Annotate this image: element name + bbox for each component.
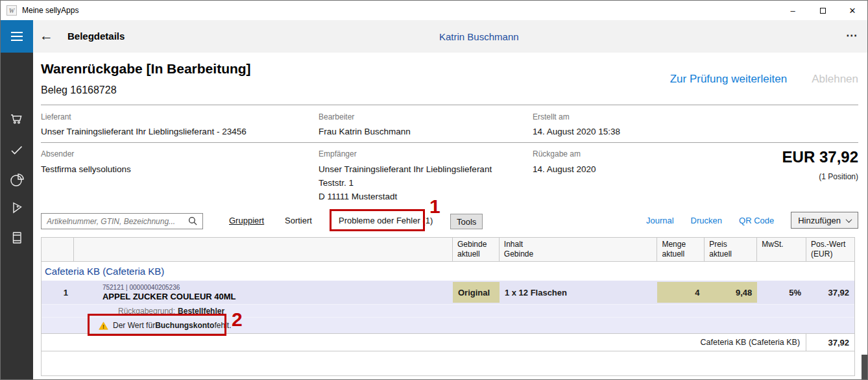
maximize-button[interactable]	[808, 1, 838, 20]
rueckgabegrund-link[interactable]: Rückgabegrund:	[118, 307, 175, 316]
col-header-artikel	[74, 238, 453, 261]
col-header-preis: Preis aktuell	[705, 238, 757, 261]
warning-text-field: Buchungskonto	[155, 321, 214, 330]
rueckgabe-am-value: 14. August 2020	[533, 162, 596, 176]
window-titlebar: W Meine sellyApps – ✕	[1, 1, 867, 20]
vertical-scrollbar-thumb[interactable]	[862, 355, 867, 380]
app-header: ← Belegdetails Katrin Buschmann ⋯	[1, 20, 867, 53]
table-header-row: Gebinde aktuell Inhalt Gebinde Menge akt…	[42, 238, 854, 262]
lieferant-value: Unser Trainingslieferant Ihr Lieblingsli…	[41, 125, 247, 138]
inhalt-gebinde-cell: 1 x 12 Flaschen	[500, 281, 658, 304]
journal-link[interactable]: Journal	[646, 216, 674, 225]
reject-button[interactable]: Ablehnen	[812, 73, 858, 86]
col-header-pos	[42, 238, 74, 261]
lieferant-label: Lieferant	[41, 112, 71, 121]
preis-editable-cell[interactable]: 9,48	[705, 282, 757, 303]
positions-table: Gebinde aktuell Inhalt Gebinde Menge akt…	[41, 237, 855, 376]
document-title: Warenrückgabe [In Bearbeitung]	[41, 61, 251, 77]
col-header-inhalt: Inhalt Gebinde	[500, 238, 658, 261]
sidebar-item-approvals[interactable]	[9, 142, 25, 158]
rueckgabe-am-label: Rückgabe am	[533, 149, 581, 158]
rueckgabegrund-value: Bestellfehler	[178, 307, 224, 316]
warning-text-post: fehlt.	[214, 321, 231, 330]
chevron-down-icon	[846, 216, 852, 223]
book-icon	[9, 236, 25, 247]
row-position-number: 1	[42, 281, 74, 304]
hamburger-icon	[11, 32, 23, 33]
col-header-mwst: MwSt.	[757, 238, 806, 261]
absender-value: Testfirma sellysolutions	[41, 162, 131, 176]
col-header-pos-wert: Pos.-Wert (EUR)	[806, 238, 854, 261]
close-button[interactable]: ✕	[838, 1, 867, 20]
article-search-field[interactable]	[41, 213, 203, 229]
empfaenger-line3: D 11111 Musterstadt	[319, 190, 397, 203]
forward-for-review-button[interactable]: Zur Prüfung weiterleiten	[670, 73, 787, 86]
hinzufuegen-label: Hinzufügen	[798, 216, 841, 225]
hinzufuegen-dropdown-button[interactable]: Hinzufügen	[791, 212, 858, 229]
sidebar-item-reports[interactable]	[9, 172, 25, 188]
minimize-button[interactable]: –	[778, 1, 808, 20]
search-icon[interactable]	[188, 216, 198, 226]
empfaenger-line1: Unser Trainingslieferant Ihr Lieblingsli…	[319, 162, 492, 176]
maximize-icon	[820, 8, 826, 14]
erstellt-am-label: Erstellt am	[533, 112, 570, 121]
pie-chart-icon	[9, 179, 25, 190]
pennant-icon	[9, 207, 25, 218]
divider	[41, 142, 858, 143]
app-icon: W	[6, 5, 17, 16]
check-icon	[9, 149, 25, 160]
empfaenger-line2: Teststr. 1	[319, 176, 354, 190]
sidebar-item-cart[interactable]	[9, 111, 25, 127]
group-footer-label: Cafeteria KB (Cafeteria KB)	[42, 334, 806, 351]
col-header-menge: Menge aktuell	[657, 238, 705, 261]
group-header-row: Cafeteria KB (Cafeteria KB)	[42, 262, 854, 281]
divider	[41, 105, 858, 105]
pos-wert-cell: 37,92	[806, 281, 854, 304]
article-name: APPEL ZUCKER COULEUR 40ML	[102, 292, 236, 302]
bearbeiter-value: Frau Katrin Buschmann	[319, 125, 411, 138]
document-actions: Zur Prüfung weiterleiten Ablehnen	[670, 73, 858, 86]
col-header-gebinde: Gebinde aktuell	[453, 238, 500, 261]
total-amount: EUR 37,92	[782, 148, 858, 166]
sidebar-nav	[1, 53, 33, 379]
annotation-number-1: 1	[429, 197, 440, 216]
hamburger-menu-button[interactable]	[1, 20, 33, 53]
warning-text-pre: Der Wert für	[113, 321, 155, 330]
article-cell: 752121 | 00000040205236 APPEL ZUCKER COU…	[74, 281, 453, 304]
filter-probleme-oder-fehler[interactable]: Probleme oder Fehler (1)	[339, 216, 433, 225]
menge-editable-cell[interactable]: 4	[657, 282, 705, 303]
absender-label: Absender	[41, 149, 74, 158]
article-code: 752121 | 00000040205236	[102, 283, 180, 292]
empfaenger-label: Empfänger	[319, 149, 357, 158]
erstellt-am-value: 14. August 2020 15:38	[533, 125, 620, 138]
svg-text:!: !	[102, 323, 104, 329]
search-input[interactable]	[42, 217, 188, 226]
toolbar-right: Journal Drucken QR Code Hinzufügen	[646, 212, 858, 229]
more-menu-button[interactable]: ⋯	[846, 29, 858, 42]
warning-icon: !	[99, 322, 108, 330]
mwst-cell: 5%	[757, 281, 806, 304]
rueckgabegrund-row: Rückgabegrund: Bestellfehler	[42, 304, 854, 317]
window-controls: – ✕	[778, 1, 867, 20]
current-user-link[interactable]: Katrin Buschmann	[439, 31, 519, 42]
group-footer-row: Cafeteria KB (Cafeteria KB) 37,92	[42, 333, 854, 351]
table-row[interactable]: 1 752121 | 00000040205236 APPEL ZUCKER C…	[42, 281, 854, 304]
qr-code-link[interactable]: QR Code	[739, 216, 774, 225]
back-button[interactable]: ←	[40, 28, 53, 44]
group-footer-sum: 37,92	[806, 334, 854, 351]
drucken-link[interactable]: Drucken	[691, 216, 722, 225]
filter-gruppiert[interactable]: Gruppiert	[229, 216, 264, 225]
window-title: Meine sellyApps	[22, 6, 78, 15]
page-title: Belegdetails	[67, 31, 125, 42]
bearbeiter-label: Bearbeiter	[319, 112, 354, 121]
position-count: (1 Position)	[819, 172, 858, 181]
sidebar-item-catalog[interactable]	[9, 230, 25, 246]
validation-warning-row[interactable]: ! Der Wert für Buchungskonto fehlt.	[42, 317, 854, 333]
tools-button[interactable]: Tools	[450, 214, 483, 229]
cart-icon	[9, 118, 25, 129]
group-header-label: Cafeteria KB (Cafeteria KB)	[42, 266, 164, 277]
gebinde-editable-cell[interactable]: Original	[453, 282, 500, 303]
document-number: Beleg 16168728	[41, 84, 117, 96]
sidebar-item-specials[interactable]	[9, 201, 25, 216]
filter-sortiert[interactable]: Sortiert	[285, 216, 312, 225]
